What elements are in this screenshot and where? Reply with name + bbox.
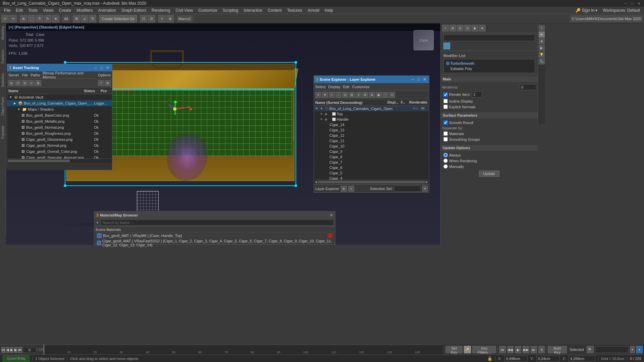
list-item[interactable]: Cigar_12 <box>314 133 429 138</box>
mod-editable-poly-row[interactable]: Editable Poly <box>445 66 533 71</box>
anim-play-btn[interactable]: ▶ <box>515 346 521 353</box>
menu-scripting[interactable]: Scripting <box>220 7 241 13</box>
menu-views[interactable]: Views <box>40 7 56 13</box>
populate-tab[interactable]: Populate <box>1 126 5 139</box>
se-list[interactable]: 👁 ▼ ⬛ Box_of_Long_Cannabis_Cigars_Open 👁… <box>314 106 429 180</box>
menu-modifiers[interactable]: Modifiers <box>74 7 96 13</box>
menu-help[interactable]: Help <box>322 7 336 13</box>
asset-minimize-btn[interactable]: ─ <box>93 65 98 70</box>
viewport-edged-faces-tag[interactable]: [Edged Faces] <box>59 25 84 29</box>
se-btn6[interactable]: ⊕ <box>362 92 368 98</box>
iterations-value[interactable]: 0 <box>520 84 536 90</box>
list-item[interactable]: 🖼 Box_geo8_Roughness.png Ok <box>7 130 112 136</box>
scene-explorer-btn[interactable]: ⊕ <box>166 15 174 22</box>
rp-icon6[interactable]: ⊕ <box>479 25 486 32</box>
all-label[interactable]: All <box>62 15 70 22</box>
list-item[interactable]: 👁 ◉ ⬜ Handle <box>314 117 429 122</box>
object-paint-tab[interactable]: Object Paint <box>1 97 5 115</box>
quixel-bridge-btn[interactable]: Quixel Bridg <box>3 355 30 362</box>
select-region-btn[interactable]: ⬚ <box>28 15 35 22</box>
color-chip[interactable] <box>443 43 450 49</box>
scale-btn[interactable]: ⊗ <box>52 15 59 22</box>
smooth-result-checkbox[interactable] <box>443 120 448 125</box>
menu-interactive[interactable]: Interactive <box>241 7 265 13</box>
list-item[interactable]: Box_geo8_MAT ( VRayMtl ) [Case, Handle, … <box>96 233 334 239</box>
manually-radio[interactable] <box>443 164 448 169</box>
cmd-hierarchy-tab[interactable]: ⊕ <box>539 38 545 44</box>
list-item[interactable]: ▼ 🏛 Autodesk Vault <box>7 94 112 100</box>
cmd-motion-tab[interactable]: ▶ <box>539 45 545 51</box>
list-item[interactable]: Cigar_9 <box>314 149 429 154</box>
se-close-icon[interactable]: ✕ <box>315 92 321 98</box>
sign-in-btn[interactable]: 🔑 Sign In ▾ <box>573 7 600 13</box>
menu-content[interactable]: Content <box>265 7 284 13</box>
add-time-tag-btn[interactable]: + <box>636 346 643 353</box>
angle-snap-btn[interactable]: ∠ <box>81 15 88 22</box>
mat-close-btn[interactable]: ✕ <box>330 213 333 218</box>
menu-customize[interactable]: Customize <box>196 7 220 13</box>
auto-key-btn[interactable]: Auto Key <box>548 346 567 353</box>
menu-arnold[interactable]: Arnold <box>305 7 322 13</box>
se-scroll-right[interactable]: ▶ <box>426 180 428 184</box>
layer-btn[interactable]: ≡ <box>158 15 166 22</box>
anim-prev-btn[interactable]: ⏮ <box>499 346 505 353</box>
list-item[interactable]: 🖼 Box_geo8_BaseColor.png Ok <box>7 112 112 118</box>
asset-h-scrollbar[interactable] <box>7 159 112 163</box>
asset-menu-server[interactable]: Server <box>8 73 19 77</box>
x-value[interactable]: 0,498cm <box>504 356 528 362</box>
window-controls[interactable]: ─ □ ✕ <box>623 1 641 6</box>
se-filter-btn[interactable]: ▼ <box>322 92 328 98</box>
rp-icon1[interactable]: + <box>442 25 449 32</box>
asset-h-thumb[interactable] <box>8 160 70 162</box>
menu-create[interactable]: Create <box>56 7 74 13</box>
nav-cube-face[interactable]: Case <box>414 30 434 50</box>
selection-set-input[interactable] <box>595 346 629 353</box>
list-item[interactable]: 🖼 Cigar_geo8_Overall_Color.png Ok <box>7 148 112 155</box>
mod-turbosmooth-label[interactable]: TurboSmooth <box>450 61 474 65</box>
list-item[interactable]: 👁 ▼ ⬛ Box_of_Long_Cannabis_Cigars_Open 👁… <box>314 106 429 111</box>
menu-textures[interactable]: Textures <box>284 7 305 13</box>
update-options-header[interactable]: Update Options <box>441 145 538 151</box>
mat-search-input[interactable] <box>101 220 334 226</box>
menu-edit[interactable]: Edit <box>13 7 25 13</box>
menu-rendering[interactable]: Rendering <box>149 7 173 13</box>
anim-next-frame-btn[interactable]: ▶▶ <box>523 346 529 353</box>
asset-tb-settings[interactable]: ⚙ <box>105 80 111 86</box>
close-btn[interactable]: ✕ <box>637 1 641 6</box>
menu-file[interactable]: File <box>1 7 13 13</box>
se-eye1[interactable]: 👁 <box>320 112 325 116</box>
se-btn5[interactable]: ≡ <box>356 92 362 98</box>
list-item[interactable]: Cigar_5 <box>314 170 429 176</box>
se-minimize-btn[interactable]: ─ <box>410 77 415 82</box>
list-item[interactable]: 🖼 Cigar_geo8_Glossiness.png Ok <box>7 136 112 142</box>
z-value[interactable]: 4,268cm <box>569 356 595 362</box>
list-item[interactable]: Cigar_8 <box>314 154 429 160</box>
viewport-perspective-tag[interactable]: [Perspective] <box>15 25 38 29</box>
anim-prev-frame-btn[interactable]: ◀◀ <box>507 346 514 353</box>
maximize-btn[interactable]: □ <box>630 1 635 6</box>
se-btn8[interactable]: ◉ <box>376 92 382 98</box>
select-btn[interactable]: ⊕ <box>20 15 27 22</box>
se-add-btn[interactable]: + <box>329 92 335 98</box>
y-value[interactable]: 0,34cm <box>536 356 560 362</box>
asset-close-btn[interactable]: ✕ <box>105 65 110 70</box>
asset-menu-options[interactable]: Options <box>98 73 111 77</box>
modeling-tab[interactable]: Modeling <box>1 26 5 40</box>
se-menu-select[interactable]: Select <box>315 85 326 89</box>
list-item[interactable]: 👁 ◉ ⬜ Top <box>314 111 429 117</box>
align-btn[interactable]: ⊟ <box>148 15 155 22</box>
render-iters-value[interactable]: 2 <box>472 92 482 98</box>
se-h-thumb[interactable] <box>318 181 425 183</box>
list-item[interactable]: Cigar_13 <box>314 127 429 133</box>
cmd-modify-tab[interactable]: ✏ <box>539 32 545 38</box>
isoline-checkbox[interactable] <box>443 99 448 103</box>
frame-input[interactable] <box>23 347 36 353</box>
list-item[interactable]: Cigar_4 <box>314 176 429 180</box>
freeform-tab[interactable]: Freeform <box>1 50 5 64</box>
asset-maximize-btn[interactable]: □ <box>99 65 104 70</box>
snap-btn[interactable]: ⊞ <box>73 15 80 22</box>
list-item[interactable]: Cigar_geo8_MAT ( VRayFastSSS2 ) [Cigar_1… <box>96 239 334 247</box>
set-key-btn[interactable]: Set Key <box>445 346 463 353</box>
list-item[interactable]: ▼ 📁 Maps / Shaders <box>7 106 112 112</box>
next-key-btn[interactable]: ▶ <box>14 347 17 353</box>
